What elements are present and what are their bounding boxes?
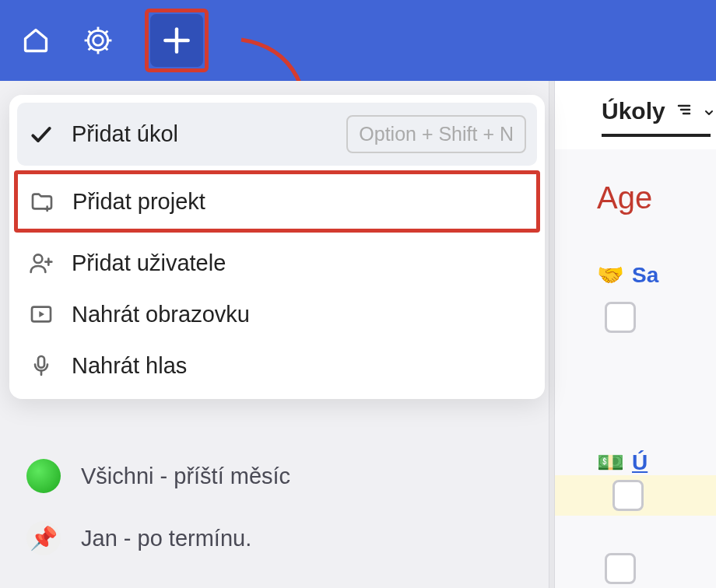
- handshake-emoji: 🤝: [597, 262, 624, 288]
- menu-item-add-project[interactable]: Přidat projekt: [14, 170, 540, 233]
- highlighted-task-row[interactable]: [555, 475, 716, 516]
- check-icon: [28, 121, 54, 148]
- menu-item-label: Nahrát obrazovku: [72, 302, 250, 327]
- filter-icon: [675, 98, 693, 124]
- chevron-down-icon: [703, 98, 715, 124]
- tab-underline: [602, 134, 711, 137]
- task-checkbox[interactable]: [605, 553, 636, 584]
- add-menu-dropdown: Přidat úkol Option + Shift + N Přidat pr…: [9, 95, 545, 399]
- sidebar-item-label: Všichni - příští měsíc: [81, 464, 290, 489]
- menu-item-add-user[interactable]: Přidat uživatele: [17, 237, 537, 289]
- keyboard-shortcut: Option + Shift + N: [346, 115, 526, 153]
- menu-item-record-screen[interactable]: Nahrát obrazovku: [17, 289, 537, 340]
- home-icon[interactable]: [20, 25, 51, 56]
- pin-icon: 📌: [26, 521, 61, 555]
- user-plus-icon: [28, 250, 54, 276]
- task-checkbox[interactable]: [612, 480, 644, 511]
- plus-button-highlight: [145, 9, 209, 72]
- right-content-area: Age 🤝 Sa 💵 Ú: [555, 149, 716, 588]
- task-checkbox[interactable]: [605, 302, 636, 333]
- menu-item-label: Přidat úkol: [72, 121, 178, 147]
- left-column: Všichni - příští měsíc 📌 Jan - po termín…: [0, 81, 549, 588]
- menu-item-label: Přidat uživatele: [72, 250, 226, 276]
- folder-plus-icon: [29, 188, 55, 215]
- section-sales[interactable]: 🤝 Sa: [597, 262, 716, 288]
- svg-line-9: [104, 31, 107, 34]
- svg-marker-18: [39, 311, 44, 317]
- microphone-icon: [28, 352, 54, 379]
- money-emoji: 💵: [597, 450, 624, 475]
- svg-line-6: [89, 31, 92, 34]
- section-label: Sa: [632, 263, 658, 288]
- column-divider[interactable]: [549, 81, 555, 588]
- menu-item-label: Přidat projekt: [72, 189, 205, 215]
- menu-item-add-task[interactable]: Přidat úkol Option + Shift + N: [17, 103, 537, 166]
- agenda-heading: Age: [597, 180, 716, 215]
- sidebar-item-label: Jan - po termínu.: [81, 526, 251, 551]
- main-content: Všichni - příští měsíc 📌 Jan - po termín…: [0, 81, 716, 588]
- tab-label: Úkoly: [602, 98, 665, 124]
- section-accounting[interactable]: 💵 Ú: [597, 450, 716, 475]
- sidebar-item-jan-overdue[interactable]: 📌 Jan - po termínu.: [26, 507, 525, 569]
- top-bar: [0, 0, 716, 81]
- sidebar-item-all-next-month[interactable]: Všichni - příští měsíc: [26, 445, 525, 507]
- ship-wheel-icon[interactable]: [82, 25, 114, 56]
- right-column: Úkoly Age 🤝 Sa: [555, 81, 716, 588]
- screen-record-icon: [28, 301, 54, 327]
- svg-rect-19: [38, 356, 44, 368]
- menu-item-record-voice[interactable]: Nahrát hlas: [17, 340, 537, 391]
- section-label: Ú: [632, 450, 648, 475]
- svg-line-7: [104, 47, 107, 50]
- svg-point-0: [93, 36, 104, 46]
- svg-point-14: [34, 254, 43, 263]
- status-dot-green: [26, 459, 61, 493]
- add-button[interactable]: [150, 14, 203, 67]
- menu-item-label: Nahrát hlas: [72, 353, 187, 379]
- svg-line-8: [89, 47, 92, 50]
- background-sidebar-list: Všichni - příští měsíc 📌 Jan - po termín…: [26, 445, 525, 569]
- tab-tasks[interactable]: Úkoly: [555, 98, 716, 134]
